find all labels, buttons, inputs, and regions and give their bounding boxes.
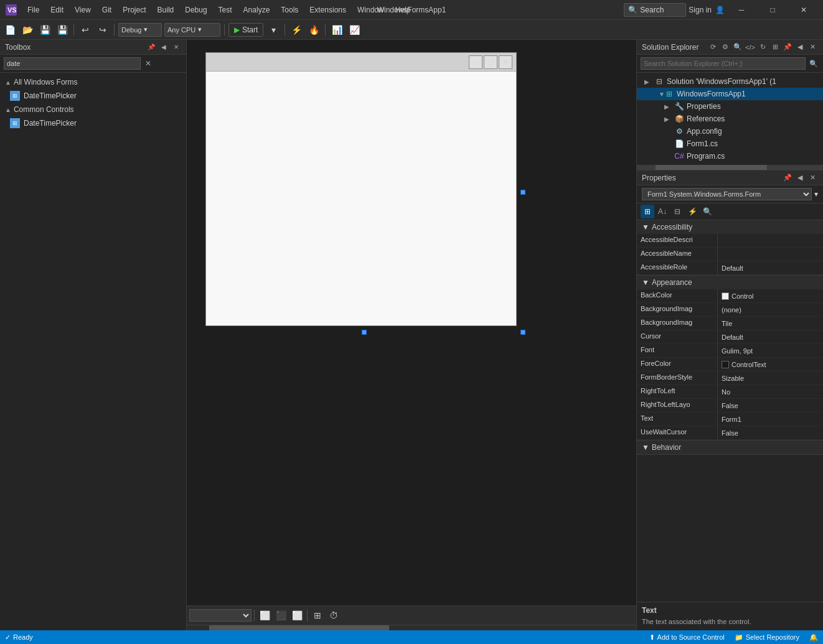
signin-area[interactable]: Sign in 👤 <box>689 6 725 14</box>
font-select[interactable] <box>189 609 252 622</box>
tree-solution[interactable]: ▶ ⊟ Solution 'WindowsFormsApp1' (1 <box>637 75 823 88</box>
prop-val-accessible-role[interactable]: Default <box>718 261 823 274</box>
h-scrollbar-thumb[interactable] <box>209 625 389 630</box>
menu-edit[interactable]: Edit <box>45 3 68 17</box>
prop-behavior-header[interactable]: ▼ Behavior <box>637 441 823 454</box>
cpu-dropdown[interactable]: Any CPU ▾ <box>164 23 220 37</box>
notifications-icon[interactable]: 🔔 <box>809 633 818 642</box>
prop-val-font[interactable]: Gulim, 9pt <box>718 344 823 357</box>
perf-btn[interactable]: 📊 <box>329 22 344 37</box>
debug-mode-dropdown[interactable]: Debug ▾ <box>118 23 162 37</box>
tree-program[interactable]: ▶ C# Program.cs <box>637 150 823 162</box>
menu-git[interactable]: Git <box>97 3 116 17</box>
prop-object-dropdown[interactable]: Form1 System.Windows.Forms.Form <box>642 188 812 200</box>
prop-val-forecolor[interactable]: ControlText <box>718 358 823 371</box>
prop-val-text[interactable]: Form1 <box>718 413 823 426</box>
make-same-size-btn[interactable]: ⊞ <box>310 608 325 623</box>
save-all-btn[interactable]: 💾 <box>55 22 70 37</box>
sol-exp-refresh-icon[interactable]: ↻ <box>757 42 768 53</box>
tree-properties[interactable]: ▶ 🔧 Properties <box>637 100 823 113</box>
menu-tools[interactable]: Tools <box>276 3 303 17</box>
menu-project[interactable]: Project <box>118 3 151 17</box>
open-btn[interactable]: 📂 <box>20 22 35 37</box>
prop-val-usewaitcursor[interactable]: False <box>718 426 823 439</box>
sol-exp-sync-icon[interactable]: ⟳ <box>707 42 718 53</box>
prop-val-accessible-descri[interactable] <box>718 234 823 247</box>
sol-exp-auto-hide-icon[interactable]: ◀ <box>794 42 806 53</box>
prop-appearance-header[interactable]: ▼ Appearance <box>637 276 823 289</box>
timer-btn[interactable]: ⏱ <box>326 608 341 623</box>
add-to-source-control[interactable]: ⬆ Add to Source Control <box>649 633 725 642</box>
select-repository[interactable]: 📁 Select Repository <box>735 633 799 642</box>
prop-val-bg-image-layout[interactable]: Tile <box>718 317 823 330</box>
tree-project[interactable]: ▼ ⊞ WindowsFormsApp1 <box>637 88 823 100</box>
tree-references[interactable]: ▶ 📦 References <box>637 113 823 125</box>
menu-analyze[interactable]: Analyze <box>238 3 275 17</box>
minimize-button[interactable]: ─ <box>727 0 756 20</box>
prop-alphabetical-btn[interactable]: A↓ <box>656 205 669 218</box>
form-restore-btn[interactable]: □ <box>484 55 497 69</box>
prop-events-btn[interactable]: ⚡ <box>685 205 699 218</box>
form-close-btn[interactable]: ✕ <box>499 55 512 69</box>
prop-categorized-btn[interactable]: ⊞ <box>641 205 654 218</box>
restore-button[interactable]: □ <box>758 0 787 20</box>
toolbox-close-icon[interactable]: ✕ <box>171 42 181 52</box>
prop-val-cursor[interactable]: Default <box>718 330 823 343</box>
menu-extensions[interactable]: Extensions <box>304 3 351 17</box>
prop-val-righttoleft-layout[interactable]: False <box>718 399 823 412</box>
sol-exp-search-go-icon[interactable]: 🔍 <box>808 58 819 69</box>
start-button[interactable]: ▶ Start <box>228 23 263 37</box>
prop-val-accessible-name[interactable] <box>718 248 823 261</box>
attach-btn[interactable]: ⚡ <box>289 22 304 37</box>
toolbox-item-datetimepicker-1[interactable]: ⊞ DateTimePicker <box>0 89 186 103</box>
start-split-btn[interactable]: ▾ <box>266 22 281 37</box>
toolbox-pin-auto-icon[interactable]: ◀ <box>159 42 169 52</box>
toolbox-search-input[interactable] <box>4 57 141 70</box>
new-project-btn[interactable]: 📄 <box>2 22 17 37</box>
prop-val-formborderstyle[interactable]: Sizable <box>718 371 823 385</box>
prop-val-righttoleft[interactable]: No <box>718 385 823 398</box>
sol-exp-scroll-thumb[interactable] <box>656 165 767 170</box>
sol-exp-settings-icon[interactable]: ⚙ <box>720 42 731 53</box>
sol-exp-pin-icon[interactable]: 📌 <box>782 42 793 53</box>
prop-val-bg-image[interactable]: (none) <box>718 303 823 316</box>
global-search-bar[interactable]: 🔍 Search <box>624 3 686 17</box>
prop-close-icon[interactable]: ✕ <box>807 172 818 184</box>
prop-search-btn[interactable]: 🔍 <box>700 205 714 218</box>
toolbox-section-windows-forms[interactable]: ▲ All Windows Forms <box>0 75 186 89</box>
form-window[interactable]: ─ □ ✕ <box>205 52 517 326</box>
sol-exp-expand-icon[interactable]: ⊞ <box>769 42 781 53</box>
toolbox-pin-icon[interactable]: 📌 <box>146 42 156 52</box>
redo-btn[interactable]: ↪ <box>95 22 110 37</box>
menu-build[interactable]: Build <box>153 3 179 17</box>
tree-app-config[interactable]: ▶ ⚙ App.config <box>637 125 823 138</box>
sol-exp-search-input[interactable] <box>641 57 806 70</box>
toolbox-item-datetimepicker-2[interactable]: ⊞ DateTimePicker <box>0 116 186 130</box>
sol-exp-close-icon[interactable]: ✕ <box>807 42 818 53</box>
tree-form1[interactable]: ▶ 📄 Form1.cs <box>637 138 823 150</box>
resize-handle-bottom[interactable] <box>362 330 367 335</box>
prop-props-btn[interactable]: ⊟ <box>670 205 684 218</box>
prop-val-backcolor[interactable]: Control <box>718 289 823 302</box>
toolbox-section-common-controls[interactable]: ▲ Common Controls <box>0 103 186 116</box>
toolbox-search-clear-icon[interactable]: ✕ <box>143 58 153 68</box>
save-btn[interactable]: 💾 <box>37 22 52 37</box>
menu-debug[interactable]: Debug <box>180 3 212 17</box>
prop-pin-icon[interactable]: 📌 <box>782 172 793 184</box>
undo-btn[interactable]: ↩ <box>78 22 93 37</box>
form-minimize-btn[interactable]: ─ <box>469 55 482 69</box>
resize-handle-br[interactable] <box>520 330 525 335</box>
sol-exp-code-icon[interactable]: </> <box>745 42 756 53</box>
align-right-btn[interactable]: ⬜ <box>289 608 304 623</box>
menu-view[interactable]: View <box>70 3 96 17</box>
menu-test[interactable]: Test <box>214 3 237 17</box>
menu-file[interactable]: File <box>22 3 44 17</box>
close-button[interactable]: ✕ <box>789 0 818 20</box>
sol-exp-scrollbar[interactable] <box>637 165 823 170</box>
resize-handle-right[interactable] <box>520 190 525 195</box>
align-left-btn[interactable]: ⬜ <box>257 608 272 623</box>
prop-auto-hide-icon[interactable]: ◀ <box>794 172 806 184</box>
align-center-btn[interactable]: ⬛ <box>273 608 288 623</box>
prop-accessibility-header[interactable]: ▼ Accessibility <box>637 220 823 234</box>
sol-exp-search-icon[interactable]: 🔍 <box>732 42 743 53</box>
